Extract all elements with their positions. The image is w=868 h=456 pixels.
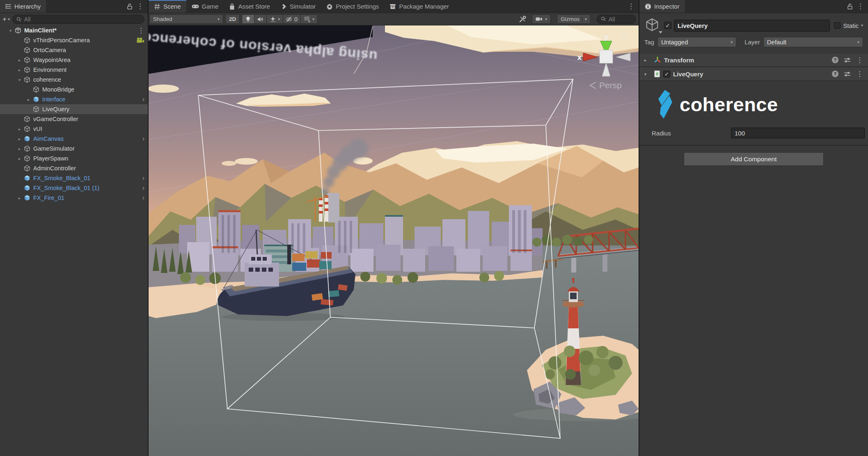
active-checkbox[interactable]: ✓ <box>664 22 671 29</box>
scene-view-toggles: ▾ 0 Y <box>242 14 318 24</box>
hierarchy-item-fx-smoke-black-01[interactable]: FX_Smoke_Black_01› <box>0 173 148 183</box>
hierarchy-item-monobridge[interactable]: MonoBridge <box>0 85 148 94</box>
draw-mode-dropdown[interactable]: Shaded ▾ <box>149 14 223 24</box>
camera-icon <box>136 37 144 43</box>
hierarchy-item-waypointarea[interactable]: ▸WaypointArea <box>0 55 148 65</box>
tab-hierarchy[interactable]: Hierarchy <box>0 0 46 13</box>
expander-arrow[interactable]: ▸ <box>16 137 23 141</box>
lock-open-icon[interactable] <box>847 3 853 10</box>
hierarchy-item-gamesimulator[interactable]: ▸GameSimulator <box>0 144 148 154</box>
component-menu-icon[interactable]: ⋮ <box>856 71 863 78</box>
hierarchy-item-vthirdpersoncamera[interactable]: vThirdPersonCamera <box>0 35 148 45</box>
expander-arrow[interactable]: ▸ <box>16 196 23 200</box>
name-field[interactable]: LiveQuery <box>674 20 830 32</box>
expander-arrow[interactable]: ▸ <box>25 97 32 102</box>
static-label: Static <box>843 22 859 29</box>
hierarchy-item-livequery[interactable]: LiveQuery <box>0 104 148 114</box>
scene-camera-dropdown[interactable]: ▾ <box>532 14 551 24</box>
help-icon[interactable]: ? <box>832 71 838 77</box>
component-header-transform[interactable]: ▸Transform?⋮ <box>639 53 868 67</box>
grid-visibility-dropdown[interactable]: Y ▾ <box>301 15 317 23</box>
audio-toggle[interactable] <box>254 15 267 23</box>
scene-search-input[interactable]: All <box>597 15 636 24</box>
gizmos-dropdown[interactable]: Gizmos ▾ <box>557 14 591 24</box>
item-menu-icon[interactable]: ⋮ <box>137 27 144 34</box>
hierarchy-item-aimcanvas[interactable]: ▸AimCanvas› <box>0 134 148 144</box>
tab-game[interactable]: Game <box>186 0 224 13</box>
inspector-menu-icon[interactable]: ⋮ <box>857 3 864 10</box>
radius-label: Radius <box>652 130 671 137</box>
expander-arrow[interactable]: ▸ <box>16 156 23 161</box>
layer-dropdown[interactable]: Default ▾ <box>763 37 863 47</box>
item-label: coherence <box>33 76 61 83</box>
coherence-logo <box>657 90 674 119</box>
hierarchy-item-environment[interactable]: ▸Environment <box>0 65 148 75</box>
expander-arrow[interactable]: ▸ <box>644 58 651 62</box>
hierarchy-item-coherence[interactable]: ▾coherence <box>0 75 148 85</box>
hierarchy-item-ortocamera[interactable]: OrtoCamera <box>0 45 148 55</box>
tab-project-settings[interactable]: Project Settings <box>321 0 384 13</box>
hierarchy-item-playerspawn[interactable]: ▸PlayerSpawn <box>0 154 148 163</box>
hierarchy-item-fx-smoke-black-01-1[interactable]: FX_Smoke_Black_01 (1)› <box>0 183 148 193</box>
transform-icon <box>654 56 661 64</box>
effects-dropdown[interactable]: ▾ <box>267 15 283 23</box>
presets-icon[interactable] <box>844 57 851 63</box>
cube-icon <box>32 105 40 113</box>
prefab-open-chevron[interactable]: › <box>142 194 144 202</box>
scene-tabstrip-menu-icon[interactable]: ⋮ <box>628 3 634 10</box>
hierarchy-item-vgamecontroller[interactable]: vGameController <box>0 114 148 124</box>
hierarchy-item-interface[interactable]: ▸Interface› <box>0 94 148 104</box>
component-menu-icon[interactable]: ⋮ <box>856 57 863 64</box>
2d-toggle-button[interactable]: 2D <box>225 14 240 24</box>
video-camera-icon <box>536 16 543 22</box>
hierarchy-menu-icon[interactable]: ⋮ <box>137 3 144 10</box>
create-object-button[interactable]: + ▾ <box>2 15 10 23</box>
component-enabled-checkbox[interactable]: ✓ <box>663 71 670 78</box>
tab-asset-store[interactable]: Asset Store <box>224 0 275 13</box>
expander-arrow[interactable]: ▸ <box>16 58 23 62</box>
lighting-toggle[interactable] <box>242 15 254 23</box>
chevron-down-icon[interactable]: ▾ <box>861 23 863 27</box>
prefab-open-chevron[interactable]: › <box>142 174 144 182</box>
gizmos-label: Gizmos <box>561 16 579 22</box>
static-checkbox[interactable] <box>834 22 841 29</box>
scene-visibility-toggle[interactable]: 0 <box>283 15 301 23</box>
hierarchy-item-mainclient[interactable]: ▾MainClient*⋮ <box>0 25 148 35</box>
grid-icon <box>154 3 160 10</box>
lock-open-icon[interactable] <box>127 3 133 10</box>
package-icon <box>389 3 396 9</box>
prefab-open-chevron[interactable]: › <box>142 184 144 192</box>
hierarchy-item-fx-fire-01[interactable]: ▸FX_Fire_01› <box>0 193 148 203</box>
tag-dropdown[interactable]: Untagged ▾ <box>657 37 736 47</box>
scene-tools-icon[interactable] <box>518 16 527 23</box>
scene-toolbar: Shaded ▾ 2D <box>149 13 639 25</box>
prefab-open-chevron[interactable]: › <box>142 96 144 103</box>
lightbulb-icon <box>245 16 251 23</box>
expander-arrow[interactable]: ▾ <box>16 78 23 82</box>
presets-icon[interactable] <box>844 71 851 77</box>
help-icon[interactable]: ? <box>832 57 838 63</box>
radius-field[interactable]: 100 <box>731 128 865 138</box>
unity-editor-window: Hierarchy ⋮ + ▾ All <box>0 0 868 456</box>
tab-label: Scene <box>163 3 181 10</box>
gameobject-icon[interactable] <box>644 17 662 34</box>
expander-arrow[interactable]: ▸ <box>16 68 23 72</box>
hierarchy-item-admincontroller[interactable]: AdminController <box>0 163 148 173</box>
hierarchy-item-vui[interactable]: ▸vUI <box>0 124 148 134</box>
add-component-button[interactable]: Add Component <box>684 152 824 166</box>
tab-scene[interactable]: Scene <box>149 0 186 13</box>
hierarchy-search-input[interactable]: All <box>12 15 144 24</box>
expander-arrow[interactable]: ▾ <box>644 72 651 76</box>
expander-arrow[interactable]: ▾ <box>7 28 14 33</box>
tab-simulator[interactable]: Simulator <box>275 0 321 13</box>
item-label: FX_Smoke_Black_01 (1) <box>33 185 99 191</box>
scene-viewport[interactable]: y x Persp using <box>149 25 639 456</box>
expander-arrow[interactable]: ▸ <box>16 127 23 131</box>
prefab-open-chevron[interactable]: › <box>142 135 144 142</box>
expander-arrow[interactable]: ▸ <box>16 147 23 151</box>
bag-icon <box>229 3 235 10</box>
tab-package-manager[interactable]: Package Manager <box>384 0 454 13</box>
chevron-down-icon: ▾ <box>312 17 314 21</box>
component-header-livequery[interactable]: ▾#✓LiveQuery?⋮ <box>639 67 868 81</box>
tab-inspector[interactable]: Inspector <box>639 0 685 13</box>
